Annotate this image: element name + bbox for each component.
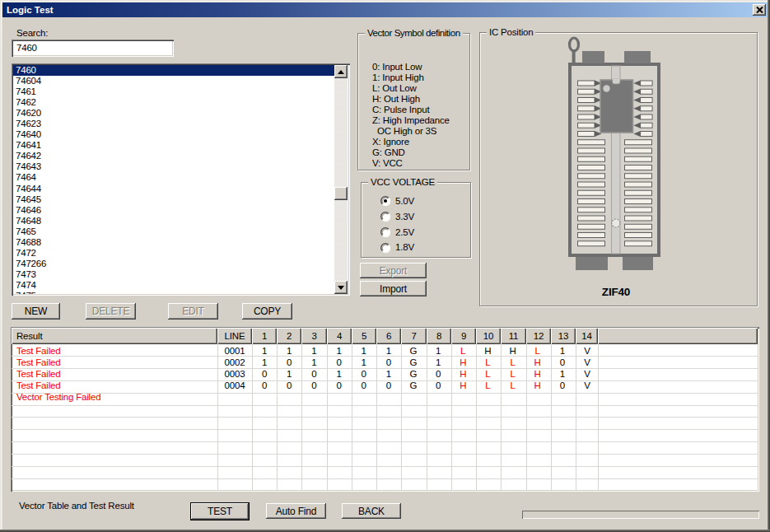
svg-text:ZIF40: ZIF40	[602, 286, 630, 298]
